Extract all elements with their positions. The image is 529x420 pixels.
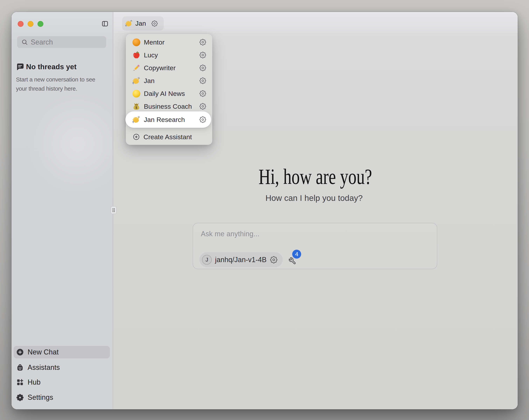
svg-text:$: $ <box>135 105 137 109</box>
